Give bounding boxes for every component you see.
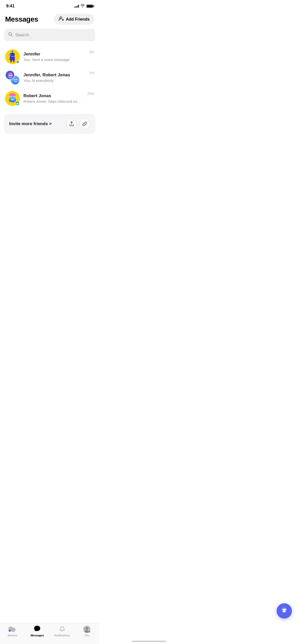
messages-list: Jennifer You: Sent a voice message 3m — [0, 45, 99, 110]
svg-point-10 — [12, 51, 13, 52]
message-preview: You: hi everybody — [23, 78, 86, 83]
add-friends-label: Add Friends — [66, 17, 90, 22]
avatar-robert: ▣ — [5, 91, 20, 106]
add-friends-button[interactable]: Add Friends — [54, 14, 94, 25]
status-bar: 9:41 — [0, 0, 99, 11]
message-name: Robert Jonas — [23, 93, 84, 98]
avatar-jennifer — [5, 49, 20, 64]
status-icons — [74, 4, 93, 8]
svg-rect-14 — [13, 60, 15, 62]
svg-rect-11 — [11, 56, 14, 57]
signal-icon — [74, 5, 79, 8]
message-name: Jennifer — [23, 52, 86, 57]
page-title: Messages — [5, 15, 38, 23]
battery-icon — [86, 5, 93, 8]
message-name: Jennifer, Robert Jonas — [23, 72, 86, 78]
svg-point-12 — [8, 54, 10, 56]
svg-point-7 — [11, 54, 12, 55]
svg-rect-13 — [10, 60, 12, 62]
copy-link-button[interactable] — [79, 119, 90, 129]
search-container: Search — [0, 29, 99, 45]
svg-point-27 — [9, 76, 10, 77]
svg-rect-3 — [10, 56, 15, 61]
message-time: 20m — [87, 91, 94, 96]
svg-point-1 — [9, 33, 11, 35]
add-friend-icon — [59, 16, 64, 22]
svg-point-28 — [11, 76, 12, 77]
svg-rect-33 — [11, 93, 14, 96]
svg-point-21 — [16, 80, 17, 81]
wifi-icon — [80, 4, 85, 8]
svg-point-0 — [60, 17, 62, 19]
invite-card: Invite more friends > — [4, 114, 95, 134]
svg-point-37 — [13, 97, 15, 98]
status-dot — [16, 60, 19, 64]
svg-point-20 — [14, 80, 15, 81]
message-info-group: Jennifer, Robert Jonas You: hi everybody — [23, 72, 86, 83]
message-info-robert: Robert Jonas Robert Jonas: https://disco… — [23, 93, 84, 104]
search-icon — [8, 32, 13, 38]
search-placeholder: Search — [15, 33, 29, 38]
share-button[interactable] — [66, 119, 77, 129]
message-preview: Robert Jonas: https://discord.com/invite… — [23, 99, 84, 104]
message-info-jennifer: Jennifer You: Sent a voice message — [23, 52, 86, 62]
svg-point-36 — [10, 97, 11, 98]
message-item-group[interactable]: Jennifer, Robert Jonas You: hi everybody… — [0, 67, 99, 88]
status-time: 9:41 — [6, 4, 15, 9]
header: Messages Add Friends — [0, 11, 99, 29]
message-time: 1m — [89, 70, 94, 75]
message-time: 3m — [89, 49, 94, 54]
message-item-robert[interactable]: ▣ Robert Jonas Robert Jonas: https://dis… — [0, 88, 99, 109]
message-preview: You: Sent a voice message — [23, 57, 86, 62]
invite-actions — [66, 119, 90, 129]
svg-point-8 — [13, 54, 14, 55]
message-item-jennifer[interactable]: Jennifer You: Sent a voice message 3m — [0, 46, 99, 67]
device-badge: ▣ — [15, 101, 20, 106]
invite-text[interactable]: Invite more friends > — [9, 121, 52, 126]
search-bar[interactable]: Search — [4, 29, 95, 41]
avatar-group — [5, 70, 20, 85]
